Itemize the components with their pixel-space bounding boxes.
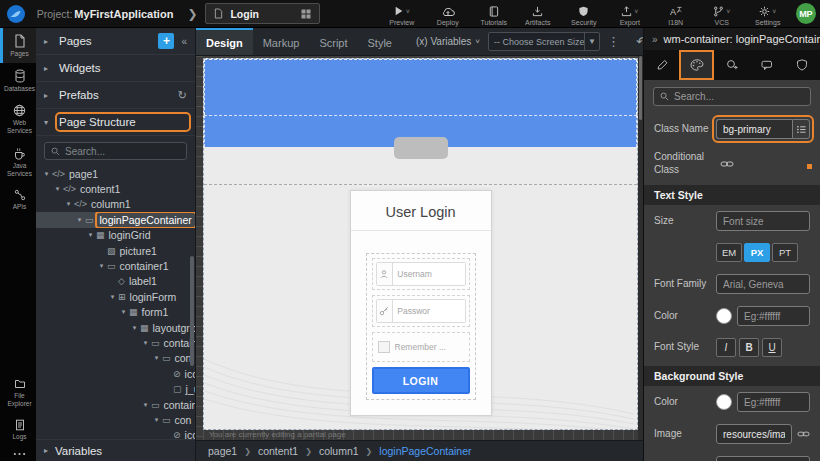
expander-icon[interactable]: ▾ <box>64 200 73 208</box>
expander-icon[interactable]: ▾ <box>119 308 128 316</box>
tree-node-loginpagecontainer[interactable]: ▾▭loginPageContainer <box>36 212 195 227</box>
tree-node-con[interactable]: ▾▭con <box>36 412 195 427</box>
breadcrumb-content1[interactable]: content1 <box>258 445 298 457</box>
username-input[interactable] <box>393 263 464 285</box>
expander-icon[interactable]: ▾ <box>53 185 62 193</box>
tab-design[interactable]: Design <box>196 28 253 55</box>
font-family-input[interactable] <box>716 274 810 294</box>
rail-item-logs[interactable]: Logs <box>0 413 36 446</box>
tab-markup[interactable]: Markup <box>253 28 310 55</box>
tree-node-layoutgrid2[interactable]: ▾▦layoutgrid2 <box>36 320 195 335</box>
class-name-input[interactable] <box>716 119 792 139</box>
username-row[interactable] <box>372 258 470 290</box>
expander-icon[interactable]: ▾ <box>86 231 95 239</box>
variables-dropdown[interactable]: (x) Variables ˅ <box>416 36 480 47</box>
tree-node-ico[interactable]: ⊘ico <box>36 428 195 439</box>
style-search-input[interactable] <box>674 91 804 102</box>
password-row[interactable] <box>372 295 470 327</box>
style-search[interactable] <box>653 87 811 106</box>
font-style-underline[interactable]: U <box>762 338 782 357</box>
breadcrumb-page1[interactable]: page1 <box>208 445 237 457</box>
section-page-structure[interactable]: ▾Page Structure <box>36 109 195 136</box>
class-picker-button[interactable] <box>792 119 810 139</box>
variables-section[interactable]: ▸ Variables <box>36 439 195 461</box>
screen-size-select[interactable]: -- Choose Screen Size -- ▼ <box>488 32 600 51</box>
vcs-button[interactable]: ˅VCS <box>700 2 744 26</box>
login-page-container-widget[interactable]: User Login <box>203 58 638 430</box>
tree-node-label1[interactable]: ◇label1 <box>36 274 195 289</box>
settings-button[interactable]: ˅Settings <box>746 2 790 26</box>
font-style-italic[interactable]: I <box>716 338 736 357</box>
bg-color-input[interactable] <box>737 392 810 412</box>
unit-px[interactable]: PX <box>744 243 770 262</box>
grid-view-icon[interactable] <box>301 9 311 19</box>
section-widgets[interactable]: ▸Widgets <box>36 55 195 82</box>
expander-icon[interactable]: ▾ <box>108 293 117 301</box>
tree-node-contain[interactable]: ▾▭contain <box>36 335 195 350</box>
canvas-scrollbar[interactable] <box>638 56 643 440</box>
security-button[interactable]: Security <box>562 2 606 26</box>
password-input[interactable] <box>393 300 464 322</box>
breadcrumb-loginpagecontainer[interactable]: loginPageContainer <box>379 445 471 457</box>
structure-search[interactable] <box>44 142 187 160</box>
tree-node-ico[interactable]: ⊘ico <box>36 366 195 381</box>
artifacts-button[interactable]: Artifacts <box>516 2 560 26</box>
expander-icon[interactable]: ▾ <box>75 216 84 224</box>
panel-tab-chat[interactable] <box>750 50 785 80</box>
unit-em[interactable]: EM <box>716 243 742 262</box>
tab-script[interactable]: Script <box>309 28 357 55</box>
tree-node-form1[interactable]: ▾▦form1 <box>36 305 195 320</box>
tab-style[interactable]: Style <box>358 28 402 55</box>
tutorials-button[interactable]: Tutorials <box>472 2 516 26</box>
panel-tab-shield-outline[interactable] <box>785 50 820 80</box>
font-size-input[interactable] <box>716 211 810 231</box>
rail-item-web-services[interactable]: Web Services <box>0 98 36 140</box>
bind-link-icon[interactable] <box>797 430 810 438</box>
more-options-icon[interactable]: ⋮ <box>607 34 621 49</box>
tree-node-j_us[interactable]: ▢j_us <box>36 381 195 396</box>
expander-icon[interactable]: ▾ <box>130 324 139 332</box>
expander-icon[interactable]: ▾ <box>152 354 161 362</box>
unit-pt[interactable]: PT <box>772 243 798 262</box>
expander-icon[interactable]: ▾ <box>42 170 51 178</box>
breadcrumb-column1[interactable]: column1 <box>319 445 359 457</box>
structure-search-input[interactable] <box>65 146 180 157</box>
deploy-button[interactable]: Deploy <box>426 2 470 26</box>
rail-item-databases[interactable]: Databases <box>0 63 36 98</box>
panel-collapse-icon[interactable]: » <box>652 34 658 45</box>
tree-scrollbar[interactable] <box>190 256 194 366</box>
rail-item-apis[interactable]: APIs <box>0 183 36 216</box>
panel-tab-inspect[interactable] <box>714 50 749 80</box>
panel-tab-pencil[interactable] <box>644 50 679 80</box>
bind-link-icon[interactable] <box>716 160 810 168</box>
tree-node-con[interactable]: ▾▭con <box>36 351 195 366</box>
user-avatar[interactable]: MP <box>796 3 816 24</box>
rail-item-pages[interactable]: Pages <box>0 28 36 63</box>
tree-node-page1[interactable]: ▾</>page1 <box>36 166 195 181</box>
login-button[interactable]: LOGIN <box>372 367 470 394</box>
refresh-icon[interactable]: ↻ <box>178 89 187 102</box>
collapse-panel-icon[interactable]: « <box>181 36 187 47</box>
page-tab-login[interactable]: Login <box>205 3 319 24</box>
export-button[interactable]: ˅Export <box>608 2 652 26</box>
section-pages[interactable]: ▸Pages+« <box>36 28 195 55</box>
tree-node-container1[interactable]: ▾▭container1 <box>36 258 195 273</box>
login-form-widget[interactable]: Remember ... LOGIN <box>366 253 476 400</box>
expander-icon[interactable]: ▾ <box>152 416 161 424</box>
tree-node-loginform[interactable]: ▾⊞loginForm <box>36 289 195 304</box>
bg-color-swatch[interactable] <box>716 394 732 410</box>
app-logo-icon[interactable] <box>0 0 33 27</box>
rail-item-more[interactable] <box>0 446 36 461</box>
expander-icon[interactable]: ▾ <box>141 401 150 409</box>
expander-icon[interactable]: ▾ <box>97 262 106 270</box>
tree-node-picture1[interactable]: ▧picture1 <box>36 243 195 258</box>
remember-row[interactable]: Remember ... <box>372 332 470 362</box>
section-prefabs[interactable]: ▸Prefabs↻ <box>36 82 195 109</box>
tree-node-column1[interactable]: ▾</>column1 <box>36 197 195 212</box>
font-color-swatch[interactable] <box>716 308 732 324</box>
tree-node-content1[interactable]: ▾</>content1 <box>36 181 195 196</box>
panel-tab-palette[interactable] <box>679 50 714 80</box>
font-color-input[interactable] <box>737 306 810 326</box>
tree-node-logingrid[interactable]: ▾▦loginGrid <box>36 228 195 243</box>
tree-node-contain[interactable]: ▾▭contain <box>36 397 195 412</box>
